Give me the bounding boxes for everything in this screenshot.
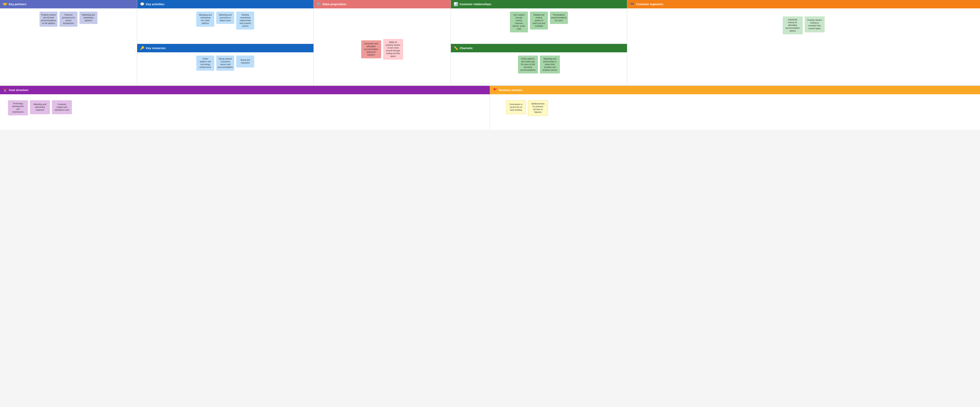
customer-relationships-body: User support through various channels (p…: [451, 8, 627, 35]
relationships-card-3[interactable]: Personalized recommendations for users: [550, 11, 568, 24]
revenue-icon: 🚩: [493, 88, 497, 92]
partners-card-1[interactable]: Property owners who list their accommoda…: [40, 11, 57, 27]
key-partners-body: Property owners who list their accommoda…: [0, 8, 137, 86]
channels-body: Online platform and mobile app for users…: [451, 52, 627, 77]
customer-segments-body: Individuals looking for affordable accom…: [627, 8, 980, 86]
top-main-row: 🤝 Key partners: Property owners who list…: [0, 0, 980, 86]
partners-card-2[interactable]: Payment processors for secure transactio…: [59, 11, 78, 27]
cost-card-2[interactable]: Marketing and advertising expenses: [30, 100, 50, 114]
key-resources-header: 🔑 Key resources:: [137, 44, 313, 52]
value-card-1[interactable]: Convenient and affordable accommodation …: [361, 40, 381, 58]
bottom-section: ✂️ Cost structure: Technology developmen…: [0, 86, 980, 130]
revenue-streams-title: Revenue streams:: [499, 89, 523, 92]
cost-structure-header: ✂️ Cost structure:: [0, 86, 490, 94]
revenue-streams-body: Commission or service fee on each bookin…: [490, 94, 980, 130]
cost-icon: ✂️: [3, 88, 7, 92]
partners-card-3[interactable]: Marketing and advertising partners: [80, 11, 97, 24]
relationships-icon: 📊: [453, 2, 458, 6]
revenue-card-2[interactable]: Additional fees for premium services or …: [528, 100, 548, 116]
channels-section: ✏️ Channels: Online platform and mobile …: [451, 44, 627, 84]
revenue-streams-column: 🚩 Revenue streams: Commission or service…: [490, 86, 980, 130]
customer-segments-header: 🍩 Customer segments:: [627, 0, 980, 8]
channels-card-2[interactable]: Marketing and partnerships to attract bo…: [540, 56, 560, 73]
key-partners-column: 🤝 Key partners: Property owners who list…: [0, 0, 137, 86]
customer-segments-title: Customer segments:: [636, 3, 664, 6]
partners-icon: 🤝: [3, 2, 7, 6]
activities-card-3[interactable]: Building maintaining relationships with …: [236, 11, 254, 30]
value-icon: ⚙️: [317, 2, 321, 6]
key-partners-title: Key partners:: [9, 3, 27, 6]
key-resources-body: Online platform and technology infrastru…: [137, 52, 313, 74]
channels-header: ✏️ Channels:: [451, 44, 627, 52]
relationships-card-2[interactable]: Ratings and reviews system to build trus…: [530, 11, 548, 30]
revenue-streams-header: 🚩 Revenue streams:: [490, 86, 980, 94]
cost-structure-title: Cost structure:: [9, 89, 29, 92]
key-activities-section: 💬 Key activities: Managing and maintaini…: [137, 0, 313, 44]
segments-card-2[interactable]: Property owners looking to monetize thei…: [805, 16, 825, 32]
relationships-card-1[interactable]: User support through various channels (p…: [510, 11, 528, 32]
resources-card-3[interactable]: Brand and reputation: [236, 56, 254, 67]
key-resources-title: Key resources:: [146, 46, 166, 50]
revenue-card-1[interactable]: Commission or service fee on each bookin…: [506, 100, 526, 114]
key-activities-header: 💬 Key activities:: [137, 0, 313, 8]
value-proposition-header: ⚙️ Value proposition:: [314, 0, 451, 8]
channels-title: Channels:: [460, 46, 473, 50]
cost-structure-body: Technology development and maintenance M…: [0, 94, 490, 130]
cost-card-1[interactable]: Technology development and maintenance: [8, 100, 28, 115]
activities-icon: 💬: [140, 2, 144, 6]
resources-card-2[interactable]: Strong network of property owners and ac…: [216, 56, 234, 71]
cost-structure-column: ✂️ Cost structure: Technology developmen…: [0, 86, 490, 130]
value-proposition-body: Convenient and affordable accommodation …: [314, 8, 451, 86]
cost-card-3[interactable]: Customer support and operations costs: [52, 100, 72, 114]
resources-card-1[interactable]: Online platform and technology infrastru…: [196, 56, 214, 71]
segments-card-1[interactable]: Individuals looking for affordable accom…: [783, 16, 803, 34]
key-activities-column: 💬 Key activities: Managing and maintaini…: [137, 0, 313, 86]
key-partners-header: 🤝 Key partners:: [0, 0, 137, 8]
resources-icon: 🔑: [140, 46, 144, 50]
segments-icon: 🍩: [630, 2, 634, 6]
customer-relationships-title: Customer relationships:: [460, 3, 492, 6]
value-proposition-title: Value proposition:: [323, 3, 347, 6]
customer-relationships-section: 📊 Customer relationships: User support t…: [451, 0, 627, 44]
channels-card-1[interactable]: Online platform and mobile app for users…: [518, 56, 538, 73]
channels-icon: ✏️: [453, 46, 458, 50]
key-activities-body: Managing and maintaining the online plat…: [137, 8, 313, 33]
value-proposition-column: ⚙️ Value proposition: Convenient and aff…: [314, 0, 451, 86]
value-card-2[interactable]: Ability for property owners to earn extr…: [383, 39, 403, 60]
customer-relationships-header: 📊 Customer relationships:: [451, 0, 627, 8]
customer-segments-column: 🍩 Customer segments: Individuals looking…: [627, 0, 980, 86]
key-resources-section: 🔑 Key resources: Online platform and tec…: [137, 44, 313, 84]
activities-card-2[interactable]: Marketing and promotion to attract users: [216, 11, 234, 24]
business-model-canvas: 🤝 Key partners: Property owners who list…: [0, 0, 980, 130]
customer-relationships-column: 📊 Customer relationships: User support t…: [451, 0, 627, 86]
key-activities-title: Key activities:: [146, 3, 165, 6]
activities-card-1[interactable]: Managing and maintaining the online plat…: [196, 11, 214, 27]
